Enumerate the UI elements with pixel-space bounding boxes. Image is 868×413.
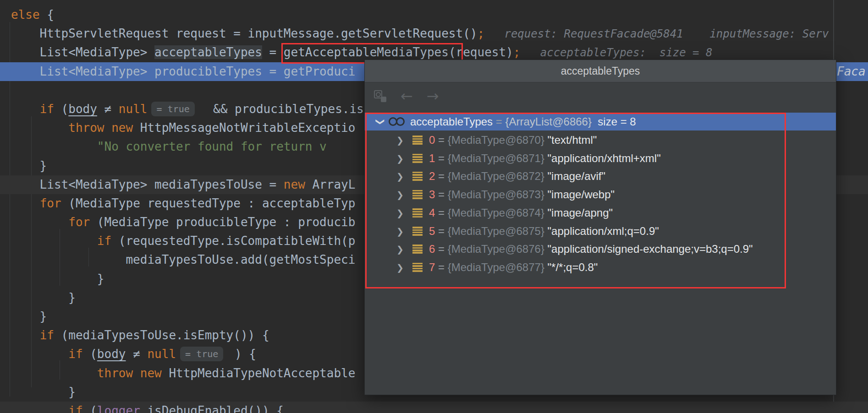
code-token: logger (97, 404, 140, 413)
code-token: ≠ (97, 102, 119, 116)
code-token: ( (83, 404, 97, 413)
code-token: List<MediaType> mediaTypesToUse = (11, 178, 284, 191)
code-token: } (11, 385, 76, 399)
code-token: new (284, 178, 305, 191)
inline-eval-badge: = true (151, 102, 194, 116)
forward-arrow-icon[interactable]: → (427, 89, 439, 103)
code-token (104, 121, 112, 135)
code-line[interactable]: else { (11, 5, 868, 24)
inline-eval-badge: = true (180, 347, 223, 361)
code-token: .isDebugEnabled()) { (140, 404, 284, 413)
code-token: { (40, 8, 54, 22)
code-token (11, 328, 40, 342)
code-token: (MediaType requestedType : acceptableTyp (61, 196, 356, 210)
code-token: if (40, 102, 54, 116)
code-token: && producibleTypes.is (199, 102, 364, 116)
code-token: if (68, 347, 82, 361)
view-options-icon-dot (376, 92, 381, 97)
code-token: ( (83, 347, 97, 361)
code-token: for (40, 196, 61, 210)
code-token (11, 215, 68, 229)
code-token: (requestedType.isCompatibleWith(p (111, 234, 355, 248)
code-token: acceptableTypes (154, 45, 262, 59)
inline-debug-hint: acceptableTypes: size = 8 (520, 46, 712, 59)
view-options-icon[interactable] (374, 90, 387, 103)
annotation-box-value-list (365, 113, 786, 288)
code-token: null (147, 347, 176, 361)
code-token (11, 121, 68, 135)
code-token: ( (54, 102, 68, 116)
code-token: new (111, 121, 133, 135)
code-token: } (11, 291, 76, 304)
code-token: for (68, 215, 90, 229)
code-token: (MediaType producibleType : producib (90, 215, 355, 229)
ide-debugger-screen: { "colors": { "editor_bg": "#2B2B2B", "p… (0, 0, 868, 413)
code-token (11, 196, 40, 210)
code-token: ; (477, 27, 484, 40)
code-token: HttpServletRequest request = inputMessag… (11, 27, 477, 40)
code-token: mediaTypesToUse.add(getMostSpeci (11, 253, 355, 266)
code-token (11, 404, 68, 413)
inline-hint-fragment: Faca (837, 62, 866, 81)
code-token: "No converter found for return v (11, 140, 327, 153)
code-token (133, 366, 140, 380)
code-line[interactable]: if (logger.isDebugEnabled()) { (11, 402, 868, 413)
code-token: ≠ (126, 347, 147, 361)
popup-toolbar: ← → (365, 82, 836, 110)
back-arrow-icon[interactable]: ← (401, 89, 413, 103)
code-token: ; (513, 45, 521, 59)
code-token: new (140, 366, 162, 380)
code-token: } (11, 310, 47, 323)
code-token: ) { (227, 347, 256, 361)
code-token (11, 234, 97, 248)
code-token (11, 366, 97, 380)
code-token: } (11, 272, 104, 286)
code-token: } (11, 159, 47, 173)
code-token: HttpMediaTypeNotAcceptable (162, 366, 356, 380)
code-token: HttpMessageNotWritableExceptio (133, 121, 355, 135)
view-options-icon-square (381, 97, 386, 102)
code-token: else (11, 8, 40, 22)
code-token: (mediaTypesToUse.isEmpty()) { (54, 328, 269, 342)
inline-debug-hint: request: RequestFacade@5841 inputMessage… (484, 27, 829, 40)
code-token (11, 347, 68, 361)
code-token: List<MediaType> (11, 45, 154, 59)
code-token: ArrayL (305, 178, 356, 191)
code-line[interactable]: HttpServletRequest request = inputMessag… (11, 24, 868, 43)
code-token: throw (97, 366, 133, 380)
code-token: throw (68, 121, 104, 135)
code-token: if (40, 328, 54, 342)
code-token: null (119, 102, 148, 116)
code-token: List<MediaType> producibleTypes = getPro… (11, 65, 355, 78)
popup-title: acceptableTypes (365, 60, 836, 82)
code-token: body (97, 347, 126, 361)
code-token: body (68, 102, 97, 116)
code-token: if (68, 404, 82, 413)
code-token: if (97, 234, 111, 248)
code-token (11, 102, 40, 116)
